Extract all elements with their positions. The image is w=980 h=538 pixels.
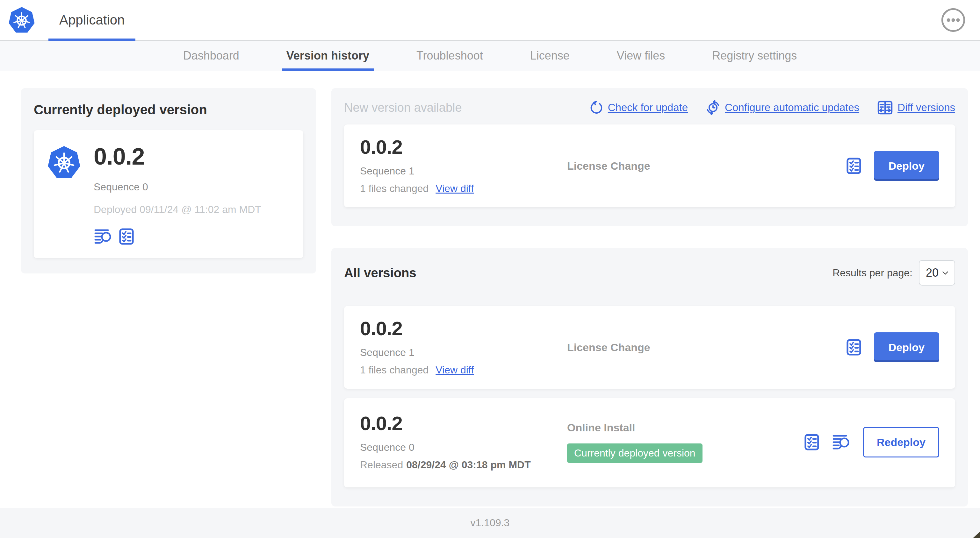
deploy-logs-icon — [94, 229, 112, 244]
version-source-label: Online Install — [567, 422, 635, 434]
version-number: 0.0.2 — [360, 137, 567, 157]
new-version-card: 0.0.2 Sequence 1 1 files changed View di… — [344, 124, 955, 207]
version-number: 0.0.2 — [360, 414, 567, 433]
preflight-checklist-icon — [846, 339, 861, 355]
versions-column: New version available Check for update C… — [331, 88, 968, 506]
currently-deployed-card: 0.0.2 Sequence 0 Deployed 09/11/24 @ 11:… — [34, 130, 303, 258]
currently-deployed-panel: Currently deployed version 0.0.2 Sequenc… — [21, 88, 316, 273]
ellipsis-icon — [941, 8, 965, 32]
auto-update-clock-icon — [706, 100, 720, 115]
view-logs-button[interactable] — [832, 434, 850, 450]
kubernetes-logo-icon — [8, 6, 36, 34]
deployed-version-number: 0.0.2 — [94, 145, 261, 168]
section-spacer — [331, 226, 968, 248]
configure-automatic-updates-link[interactable]: Configure automatic updates — [706, 100, 859, 115]
version-sequence: Sequence 1 — [360, 347, 567, 359]
tab-view-files[interactable]: View files — [612, 41, 669, 71]
main-content: Currently deployed version 0.0.2 Sequenc… — [0, 71, 980, 508]
kubernetes-app-icon — [46, 145, 81, 180]
version-source-label: License Change — [567, 160, 650, 172]
preflight-checks-button[interactable] — [119, 228, 134, 245]
diff-versions-link[interactable]: Diff versions — [877, 101, 955, 114]
version-row: 0.0.2 Sequence 0 Released08/29/24 @ 03:1… — [344, 398, 955, 487]
all-versions-title: All versions — [344, 266, 417, 280]
released-label: Released — [360, 459, 403, 470]
tab-troubleshoot[interactable]: Troubleshoot — [412, 41, 487, 71]
results-per-page-value: 20 — [926, 266, 939, 279]
version-row: 0.0.2 Sequence 1 1 files changed View di… — [344, 306, 955, 389]
deploy-button[interactable]: Deploy — [874, 332, 939, 362]
released-date: 08/29/24 @ 03:18 pm MDT — [406, 459, 530, 470]
app-tab-active-indicator — [48, 38, 135, 41]
files-changed-label: 1 files changed — [360, 183, 428, 195]
configure-automatic-updates-label: Configure automatic updates — [725, 102, 859, 114]
deployed-timestamp: Deployed 09/11/24 @ 11:02 am MDT — [94, 204, 261, 216]
preflight-checklist-icon — [119, 228, 134, 245]
deploy-logs-icon — [832, 434, 850, 450]
app-subnav: Dashboard Version history Troubleshoot L… — [0, 41, 980, 71]
preflight-checklist-icon — [805, 434, 819, 451]
version-sequence: Sequence 1 — [360, 165, 567, 177]
results-per-page-select[interactable]: 20 — [919, 260, 955, 286]
tab-license[interactable]: License — [526, 41, 574, 71]
app-footer: v1.109.3 — [0, 508, 980, 538]
chevron-down-icon — [940, 268, 950, 278]
preflight-checks-button[interactable] — [805, 434, 819, 451]
tab-version-history[interactable]: Version history — [282, 41, 374, 71]
tab-dashboard[interactable]: Dashboard — [179, 41, 244, 71]
cursor-artifact — [973, 532, 980, 538]
version-sequence: Sequence 0 — [360, 441, 567, 453]
deployed-sequence: Sequence 0 — [94, 181, 261, 193]
view-logs-button[interactable] — [94, 229, 112, 244]
top-header: Application — [0, 0, 980, 41]
version-number: 0.0.2 — [360, 319, 567, 338]
redeploy-button[interactable]: Redeploy — [863, 427, 939, 457]
currently-deployed-title: Currently deployed version — [34, 102, 303, 117]
released-timestamp: Released08/29/24 @ 03:18 pm MDT — [360, 459, 567, 471]
check-for-update-link[interactable]: Check for update — [590, 101, 688, 114]
files-changed-label: 1 files changed — [360, 364, 428, 376]
tab-registry-settings[interactable]: Registry settings — [708, 41, 801, 71]
currently-deployed-badge: Currently deployed version — [567, 443, 703, 463]
diff-versions-label: Diff versions — [897, 102, 955, 114]
app-tab[interactable]: Application — [48, 0, 135, 40]
view-diff-link[interactable]: View diff — [436, 183, 474, 195]
preflight-checks-button[interactable] — [846, 339, 861, 355]
diff-icon — [877, 101, 893, 114]
new-version-title: New version available — [344, 101, 462, 114]
check-for-update-label: Check for update — [608, 102, 688, 114]
console-version: v1.109.3 — [471, 517, 510, 529]
all-versions-section: All versions Results per page: 20 0.0.2 … — [331, 248, 968, 506]
preflight-checks-button[interactable] — [846, 157, 861, 174]
app-title: Application — [59, 13, 124, 28]
deploy-button[interactable]: Deploy — [874, 151, 939, 181]
refresh-icon — [590, 101, 603, 114]
view-diff-link[interactable]: View diff — [436, 364, 474, 376]
results-per-page-label: Results per page: — [832, 267, 912, 279]
preflight-checklist-icon — [846, 157, 861, 174]
version-source-label: License Change — [567, 341, 650, 354]
new-version-section: New version available Check for update C… — [331, 88, 968, 226]
overflow-menu-button[interactable] — [941, 8, 965, 32]
